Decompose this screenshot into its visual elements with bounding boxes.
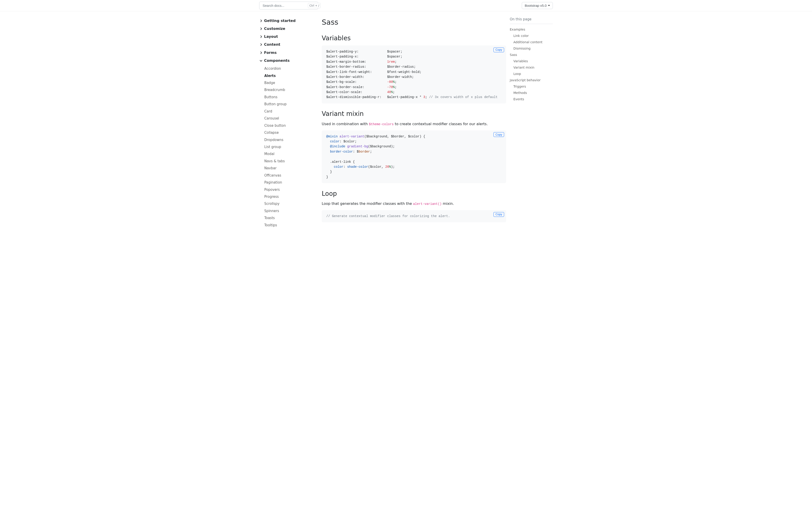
variables-code: $alert-padding-y: $spacer; $alert-paddin… [326,49,502,100]
sidebar-item-dropdowns[interactable]: Dropdowns [264,136,318,143]
toc-item[interactable]: Events [510,96,553,102]
copy-button[interactable]: Copy [494,212,504,217]
version-label: Bootstrap v5.0 [525,4,547,7]
sidebar-item-collapse[interactable]: Collapse [264,129,318,136]
sidebar-item-alerts[interactable]: Alerts [264,72,318,79]
chevron-right-icon [259,51,263,55]
alert-variant-code: alert-variant() [413,202,442,206]
sidebar-item-pagination[interactable]: Pagination [264,179,318,186]
toc-item[interactable]: Triggers [510,83,553,90]
chevron-right-icon [259,35,263,39]
sidebar-item-navs-tabs[interactable]: Navs & tabs [264,158,318,165]
sidebar-item-spinners[interactable]: Spinners [264,207,318,214]
sass-heading: Sass [322,17,506,27]
toc-item[interactable]: JavaScript behavior [510,77,553,83]
toc-item[interactable]: Sass [510,52,553,58]
mixin-code: @mixin alert-variant($background, $borde… [326,134,502,180]
chevron-right-icon [259,43,263,46]
copy-button[interactable]: Copy [494,48,504,52]
toc-item[interactable]: Variant mixin [510,64,553,71]
loop-desc-pre: Loop that generates the modifier classes… [322,202,413,206]
sidebar-item-tooltips[interactable]: Tooltips [264,222,318,229]
sidebar-item-navbar[interactable]: Navbar [264,165,318,172]
sidebar-item-card[interactable]: Card [264,108,318,115]
sidebar-group-content[interactable]: Content [259,41,318,49]
sidebar-group-components[interactable]: Components [259,57,318,64]
on-this-page: On this page ExamplesLink colorAdditiona… [510,11,553,507]
theme-colors-code: $theme-colors [369,122,394,126]
variables-heading: Variables [322,34,506,43]
chevron-down-icon [548,5,550,6]
loop-code: // Generate contextual modifier classes … [326,214,502,219]
loop-desc-post: mixin. [442,202,454,206]
sidebar-group-label: Content [264,42,281,47]
copy-button[interactable]: Copy [494,132,504,137]
sidebar-item-popovers[interactable]: Popovers [264,186,318,193]
search-shortcut-hint: Ctrl + / [308,3,320,8]
mixin-code-block: Copy @mixin alert-variant($background, $… [322,130,506,183]
docs-sidebar: Getting startedCustomizeLayoutContentFor… [259,11,318,507]
toc-item[interactable]: Link color [510,33,553,39]
sidebar-group-label: Forms [264,50,276,55]
sidebar-item-badge[interactable]: Badge [264,79,318,87]
variant-mixin-heading: Variant mixin [322,109,506,119]
sidebar-group-getting-started[interactable]: Getting started [259,17,318,25]
sidebar-group-label: Getting started [264,18,296,23]
sidebar-item-list-group[interactable]: List group [264,143,318,150]
toc-title: On this page [510,17,553,24]
sidebar-group-label: Components [264,58,290,63]
sidebar-group-layout[interactable]: Layout [259,33,318,41]
search-input-wrap[interactable]: Ctrl + / [259,2,318,9]
sidebar-item-accordion[interactable]: Accordion [264,65,318,72]
search-input[interactable] [262,3,306,8]
loop-heading: Loop [322,189,506,199]
sidebar-group-forms[interactable]: Forms [259,49,318,57]
sidebar-group-customize[interactable]: Customize [259,25,318,33]
sidebar-group-label: Customize [264,26,286,32]
toc-item[interactable]: Variables [510,58,553,64]
toc-item[interactable]: Dismissing [510,45,553,52]
variant-desc-post: to create contextual modifier classes fo… [394,122,488,126]
toc-item[interactable]: Examples [510,26,553,33]
toc-item[interactable]: Loop [510,71,553,77]
main-content: Sass Variables Copy $alert-padding-y: $s… [322,11,506,507]
chevron-down-icon [259,59,263,62]
loop-desc: Loop that generates the modifier classes… [322,201,506,207]
sidebar-item-carousel[interactable]: Carousel [264,115,318,122]
version-dropdown[interactable]: Bootstrap v5.0 [522,2,553,9]
chevron-right-icon [259,27,263,31]
sidebar-item-modal[interactable]: Modal [264,151,318,158]
sidebar-item-breadcrumb[interactable]: Breadcrumb [264,87,318,94]
sidebar-item-close-button[interactable]: Close button [264,122,318,129]
variant-mixin-desc: Used in combination with $theme-colors t… [322,121,506,127]
variant-desc-pre: Used in combination with [322,122,369,126]
top-bar: ormally does not receive focus, make sur… [0,0,812,11]
sidebar-group-label: Layout [264,34,278,39]
sidebar-item-button-group[interactable]: Button group [264,101,318,108]
sidebar-item-progress[interactable]: Progress [264,193,318,200]
sidebar-item-scrollspy[interactable]: Scrollspy [264,200,318,207]
sidebar-item-buttons[interactable]: Buttons [264,94,318,101]
toc-item[interactable]: Methods [510,90,553,96]
loop-code-block: Copy // Generate contextual modifier cla… [322,210,506,222]
toc-item[interactable]: Additional content [510,39,553,45]
variables-code-block: Copy $alert-padding-y: $spacer; $alert-p… [322,46,506,103]
chevron-right-icon [259,19,263,23]
sidebar-item-toasts[interactable]: Toasts [264,215,318,222]
sidebar-item-offcanvas[interactable]: Offcanvas [264,172,318,179]
